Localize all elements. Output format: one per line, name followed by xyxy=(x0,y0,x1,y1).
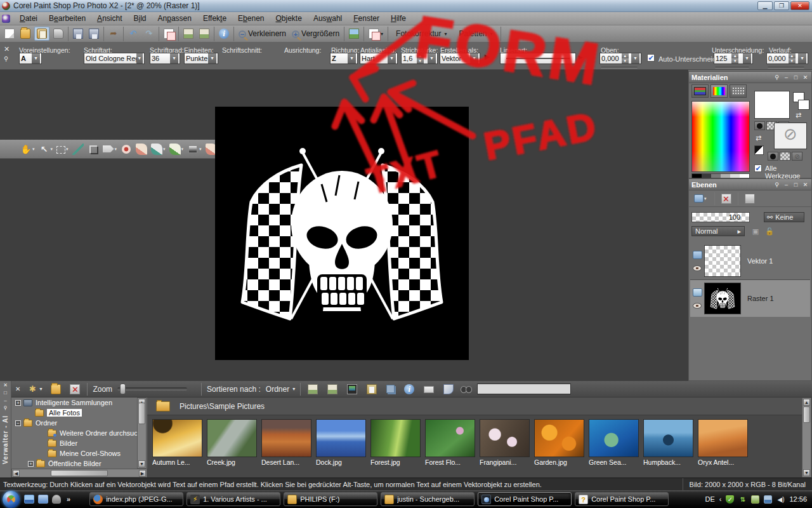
rotate-right-button[interactable] xyxy=(325,383,339,396)
crop-tool[interactable] xyxy=(86,142,100,156)
foreground-swatch[interactable] xyxy=(754,91,790,119)
quick-launch-icon[interactable] xyxy=(52,495,61,504)
pin-icon[interactable]: ⚲ xyxy=(4,55,8,62)
transparent-button[interactable]: ⊘ xyxy=(792,152,802,161)
spin-buttons[interactable]: ▲▼ xyxy=(789,53,796,64)
menu-objekte[interactable]: Objekte xyxy=(270,13,308,24)
save-button[interactable] xyxy=(71,27,85,40)
layer-row-vektor[interactable]: Vektor 1 xyxy=(690,243,810,279)
clone-tool[interactable]: ▾ xyxy=(168,142,185,156)
info-button[interactable]: i xyxy=(217,27,231,40)
menu-auswahl[interactable]: Auswahl xyxy=(308,13,348,24)
makeover-tool[interactable] xyxy=(134,142,148,156)
chevron-down-icon[interactable]: ▾ xyxy=(66,147,69,152)
close-button[interactable]: ✕ xyxy=(790,1,809,10)
menu-ebenen[interactable]: Ebenen xyxy=(232,13,270,24)
scroll-left-icon[interactable]: ◀ xyxy=(13,470,20,477)
chevron-down-icon[interactable]: ▾ xyxy=(115,147,117,152)
presets-dropdown[interactable]: A ▾ xyxy=(19,53,42,64)
tab-swatches[interactable] xyxy=(730,84,747,98)
background-swatch[interactable]: ⊘ xyxy=(774,123,807,149)
tree-item[interactable]: −Ordner xyxy=(11,418,147,428)
tree-item[interactable]: +Öffentliche Bilder xyxy=(11,458,147,469)
maximize-icon[interactable]: □ xyxy=(792,74,799,81)
lighten-tool[interactable]: ▾ xyxy=(186,142,203,156)
link-set-button[interactable]: ⚯ Keine xyxy=(764,212,804,222)
canvas[interactable] xyxy=(215,107,469,360)
save-as-button[interactable] xyxy=(87,27,101,40)
quick-launch-overflow-icon[interactable]: » xyxy=(67,495,70,503)
chevron-down-icon[interactable]: ▾ xyxy=(199,147,202,152)
thumbnail-item[interactable]: Oryx Antel... xyxy=(698,419,748,466)
maximize-icon[interactable]: □ xyxy=(4,390,7,396)
dropper-tool[interactable] xyxy=(71,142,85,156)
zoom-out-button[interactable]: −Verkleinern xyxy=(237,28,288,39)
tag-button[interactable] xyxy=(442,383,455,396)
chevron-down-icon[interactable]: ▾ xyxy=(163,147,166,152)
visibility-eye-icon[interactable] xyxy=(693,303,702,309)
grayscale-strip[interactable] xyxy=(691,173,750,178)
network-activity-icon[interactable]: ⇅ xyxy=(738,495,747,504)
minimize-icon[interactable]: – xyxy=(783,182,790,188)
rotate-left-button[interactable] xyxy=(306,383,320,396)
add-folder-button[interactable] xyxy=(49,383,63,396)
minimize-button[interactable]: ▁ xyxy=(757,1,773,10)
menu-fenster[interactable]: Fenster xyxy=(348,13,385,24)
search-input[interactable] xyxy=(477,384,571,394)
tree-item[interactable]: Meine Corel-Shows xyxy=(11,448,147,458)
start-button[interactable] xyxy=(3,491,20,508)
red-eye-tool[interactable] xyxy=(119,142,133,156)
tree-item[interactable]: Bilder xyxy=(11,438,147,448)
delete-button[interactable]: ✕ xyxy=(68,383,82,396)
document-icon[interactable] xyxy=(2,15,10,23)
clipboard-button[interactable] xyxy=(365,383,379,396)
lock-transparency-icon[interactable]: ▣ xyxy=(750,226,761,236)
size-dropdown[interactable]: 36 ▾ xyxy=(150,53,180,64)
organizer-settings-button[interactable]: ✱▾ xyxy=(25,383,44,396)
share-button[interactable]: ➦ xyxy=(107,27,121,40)
slideshow-button[interactable] xyxy=(345,383,359,396)
browser-vertical-scrollbar[interactable]: ▲ ▼ xyxy=(802,398,811,478)
info-button[interactable]: i xyxy=(402,383,416,396)
thumbnail-item[interactable]: Forest.jpg xyxy=(370,419,421,466)
volume-icon[interactable]: ◀) xyxy=(776,495,785,504)
thumbnail-item[interactable]: Creek.jpg xyxy=(207,419,257,466)
window-new-button[interactable] xyxy=(162,27,176,40)
expander-icon[interactable]: + xyxy=(15,400,21,406)
thumbnail-item[interactable]: Desert Lan... xyxy=(261,419,311,466)
antialias-dropdown[interactable]: Hart ▾ xyxy=(360,53,398,64)
oben-slider[interactable] xyxy=(601,67,638,69)
close-icon[interactable]: ✕ xyxy=(15,385,20,392)
pin-icon[interactable]: ⚲ xyxy=(773,182,780,188)
network-icon[interactable] xyxy=(764,495,772,504)
thumbnail-item[interactable]: Dock.jpg xyxy=(316,419,366,466)
color-style-button[interactable] xyxy=(754,121,765,130)
pan-tool[interactable]: ✋▾ xyxy=(19,142,36,156)
image-button[interactable] xyxy=(347,27,361,40)
language-indicator[interactable]: DE xyxy=(705,495,715,503)
quick-launch-switcher-icon[interactable] xyxy=(38,495,48,504)
menu-bearbeiten[interactable]: Bearbeiten xyxy=(43,13,91,24)
black-white-swatch[interactable] xyxy=(754,145,764,155)
expander-icon[interactable]: + xyxy=(28,461,34,467)
swap-materials-icon[interactable]: ⇄ xyxy=(756,134,761,142)
undo-button[interactable]: ↶ xyxy=(126,27,140,40)
leading-spinner[interactable]: 0,000 ▲▼ ▾ xyxy=(766,53,808,64)
stroke-width-spinner[interactable]: 1,6 ▲▼ ▾ xyxy=(401,53,438,64)
lock-icon[interactable]: 🔓 xyxy=(764,226,775,236)
spin-buttons[interactable]: ▲▼ xyxy=(731,53,738,64)
taskbar-button[interactable]: PHILIPS (F:) xyxy=(284,492,377,506)
thumbnail-item[interactable]: Frangipani... xyxy=(480,419,530,466)
oben-spinner[interactable]: 0,000 ▲▼ ▾ xyxy=(599,53,641,64)
open-button[interactable] xyxy=(18,27,32,40)
tree-item[interactable]: Weitere Ordner durchsuche xyxy=(11,428,147,438)
import-button[interactable] xyxy=(197,27,211,40)
menu-anpassen[interactable]: Anpassen xyxy=(152,13,197,24)
line-style-dropdown[interactable] xyxy=(500,53,576,64)
thumbnail-item[interactable]: Garden.jpg xyxy=(534,419,584,466)
tree-item[interactable]: Alle Fotos xyxy=(11,408,147,418)
thumbnail-item[interactable]: Green Sea... xyxy=(589,419,639,466)
edit-selection-button[interactable] xyxy=(745,194,755,204)
security-shield-icon[interactable]: ✓ xyxy=(726,495,734,504)
visibility-eye-icon[interactable] xyxy=(693,265,702,271)
